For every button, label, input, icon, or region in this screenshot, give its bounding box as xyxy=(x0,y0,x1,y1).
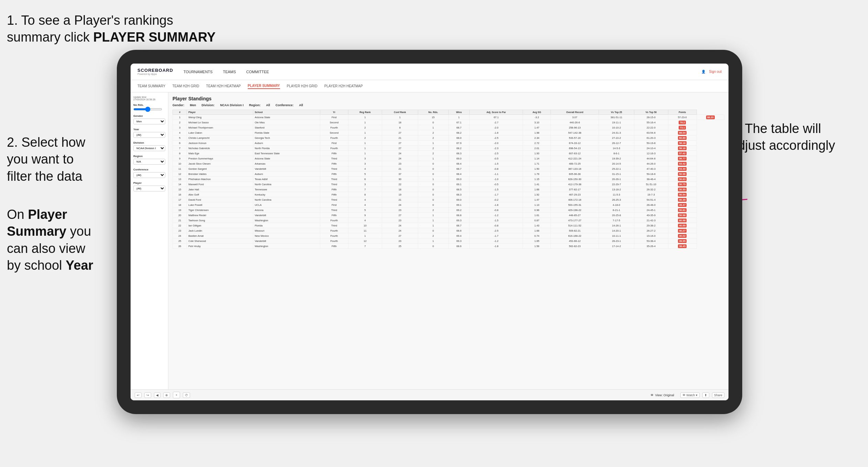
toolbar-back[interactable]: ◀ xyxy=(154,392,160,398)
cell-8-10: 412-221-24 xyxy=(551,156,599,161)
table-row[interactable]: 12Brendan ValdesAuburnFifth537068.4-1.11… xyxy=(173,171,724,177)
nav-item-tournaments[interactable]: TOURNAMENTS xyxy=(183,68,213,75)
table-row[interactable]: 25Cole SherwoodVanderbiltFourth1223169.3… xyxy=(173,238,724,244)
conference-select[interactable]: (All) xyxy=(133,172,165,178)
cell-11-13: 50.96 xyxy=(668,171,697,177)
cell-0-9: -3.2 xyxy=(523,115,551,120)
table-row[interactable]: 4Luke ClatonFlorida StateSecond127268.2-… xyxy=(173,130,724,135)
sub-nav-team-summary[interactable]: TEAM SUMMARY xyxy=(137,84,166,89)
cell-25-8: -1.8 xyxy=(469,244,523,249)
filter-player: Player (All) xyxy=(133,181,165,191)
sub-nav-team-h2h-grid[interactable]: TEAM H2H GRID xyxy=(173,84,199,89)
toolbar-clock[interactable]: ⏱ xyxy=(183,392,190,398)
table-header-row: # Player School Yr Reg Rank Conf Rank No… xyxy=(173,110,724,115)
table-row[interactable]: 2Michael Le SassoOle MissSecond118067.1-… xyxy=(173,120,724,125)
cell-3-1: Luke Claton xyxy=(187,130,253,135)
cell-11-9: 1.79 xyxy=(523,171,551,177)
table-row[interactable]: 26Petr HrubyWashingtonFifth725068.6-1.81… xyxy=(173,244,724,249)
cell-0-2: Arizona State xyxy=(253,115,320,120)
table-row[interactable]: 7Nicholas GabrelcikNorth FloridaFourth12… xyxy=(173,146,724,151)
cell-10-12: 47-40-3 xyxy=(634,166,668,171)
cell-14-0: 15 xyxy=(173,187,187,192)
table-row[interactable]: 8Mats EgeEast Tennessee StateFifth124268… xyxy=(173,151,724,156)
app-logo: SCOREBOARD Powered by dippa xyxy=(137,68,173,75)
cell-23-6: 2 xyxy=(418,233,448,238)
cell-4-8: -2.5 xyxy=(469,135,523,141)
year-select[interactable]: (All) xyxy=(133,132,165,138)
cell-22-1: Jack Lundin xyxy=(187,228,253,233)
region-select[interactable]: N/A xyxy=(133,159,165,165)
cell-23-3: Fourth xyxy=(320,233,348,238)
cell-4-2: Georgia Tech xyxy=(253,135,320,141)
table-row[interactable]: 13Phichaksn MaichonTexas A&MThird630169.… xyxy=(173,177,724,182)
toolbar-copy[interactable]: ⊕ xyxy=(163,392,170,398)
cell-20-0: 21 xyxy=(173,218,187,223)
cell-19-8: -1.2 xyxy=(469,213,523,218)
cell-20-7: 69.3 xyxy=(448,218,469,223)
cell-18-12: 24-45-1 xyxy=(634,208,668,213)
table-row[interactable]: 20Matthew RiedelVanderbiltFifth927168.8-… xyxy=(173,213,724,218)
cell-5-5: 27 xyxy=(382,141,418,146)
toolbar-undo[interactable]: ↩ xyxy=(135,392,142,398)
player-select[interactable]: (All) xyxy=(133,186,165,191)
sub-nav-player-h2h-grid[interactable]: PLAYER H2H GRID xyxy=(287,84,318,89)
table-row[interactable]: 11Gordon SargentVanderbiltThird421068.7-… xyxy=(173,166,724,171)
cell-11-1: Brendan Valdes xyxy=(187,171,253,177)
cell-21-0: 22 xyxy=(173,223,187,228)
table-row[interactable]: 16Alex GoffKentuckyFifth819068.3-1.71.92… xyxy=(173,192,724,197)
table-row[interactable]: 19Tiger ChristensenArizonaThird523269.2-… xyxy=(173,208,724,213)
cell-9-7: 68.4 xyxy=(448,161,469,166)
table-row[interactable]: 23Jack LundinMissouriFourth1124068.6-2.5… xyxy=(173,228,724,233)
sub-nav-team-h2h-heatmap[interactable]: TEAM H2H HEATMAP xyxy=(206,84,241,89)
cell-7-13: 57.42 xyxy=(668,151,697,156)
cell-4-4: 2 xyxy=(348,135,382,141)
cell-1-3: Second xyxy=(320,120,348,125)
table-row[interactable]: 6Jackson KoivunAuburnFirst127167.9-2.02.… xyxy=(173,141,724,146)
nav-item-committee[interactable]: COMMITTEE xyxy=(246,68,269,75)
toolbar-export[interactable]: ⬆ xyxy=(702,392,709,398)
cell-16-13: 50.35 xyxy=(668,197,697,202)
toolbar-add[interactable]: ＋ xyxy=(173,392,180,398)
cell-18-3: Third xyxy=(320,208,348,213)
sub-nav-player-summary[interactable]: PLAYER SUMMARY xyxy=(248,83,280,89)
annotation-1-line1: 1. To see a Player's rankings xyxy=(7,13,173,27)
table-row[interactable]: 1Wenyi DingArizona StateFirst1115167.1-3… xyxy=(173,115,724,120)
table-row[interactable]: 9Preston SummerhaysArizona StateThird324… xyxy=(173,156,724,161)
table-row[interactable]: 10Jacob Skov OlesenArkansasFifth323068.4… xyxy=(173,161,724,166)
cell-22-2: Missouri xyxy=(253,228,320,233)
table-row[interactable]: 17David FordNorth CarolinaThird421069.0-… xyxy=(173,197,724,202)
cell-11-6: 0 xyxy=(418,171,448,177)
cell-20-5: 23 xyxy=(382,218,418,223)
cell-25-9: 1.56 xyxy=(523,244,551,249)
table-row[interactable]: 22Ian GilliganFloridaThird1024168.7-0.81… xyxy=(173,223,724,228)
table-row[interactable]: 18Luke PowellUCLAFirst424069.1-1.81.1350… xyxy=(173,202,724,208)
table-row[interactable]: 14Maxwell FordNorth CarolinaThird322069.… xyxy=(173,182,724,187)
cell-19-0: 20 xyxy=(173,213,187,218)
cell-1-1: Michael Le Sasso xyxy=(187,120,253,125)
table-row[interactable]: 5Christo LamprechtGeorgia TechFourth2212… xyxy=(173,135,724,141)
cell-8-13: 56.77 xyxy=(668,156,697,161)
gender-select[interactable]: Men xyxy=(133,119,165,124)
cell-10-1: Gordon Sargent xyxy=(187,166,253,171)
table-row[interactable]: 21Taehoon SongWashingtonFourth423169.3-1… xyxy=(173,218,724,223)
table-row[interactable]: 3Michael ThorbjornsenStanfordFourth28168… xyxy=(173,125,724,130)
cell-18-1: Tiger Christensen xyxy=(187,208,253,213)
sign-out-link[interactable]: Sign out xyxy=(709,70,722,74)
division-select[interactable]: NCAA Division I xyxy=(133,145,165,151)
cell-13-11: 22-29-7 xyxy=(599,182,634,187)
toolbar-watch[interactable]: 👁 Watch ▾ xyxy=(680,392,700,398)
cell-6-1: Nicholas Gabrelcik xyxy=(187,146,253,151)
cell-9-9: 1.71 xyxy=(523,161,551,166)
no-rds-slider[interactable] xyxy=(133,108,162,110)
toolbar-redo[interactable]: ↪ xyxy=(144,392,151,398)
cell-19-4: 9 xyxy=(348,213,382,218)
cell-24-13: 39.95 xyxy=(668,238,697,244)
table-row[interactable]: 24Bastien AmatNew MexicoFourth127269.4-1… xyxy=(173,233,724,238)
cell-21-3: Third xyxy=(320,223,348,228)
toolbar-share[interactable]: Share xyxy=(712,392,724,398)
table-row[interactable]: 15Jake HallTennesseeFifth718068.5-1.51.6… xyxy=(173,187,724,192)
nav-item-teams[interactable]: TEAMS xyxy=(223,68,236,75)
cell-5-3: First xyxy=(320,141,348,146)
cell-0-0: 1 xyxy=(173,115,187,120)
sub-nav-player-h2h-heatmap[interactable]: PLAYER H2H HEATMAP xyxy=(324,84,363,89)
